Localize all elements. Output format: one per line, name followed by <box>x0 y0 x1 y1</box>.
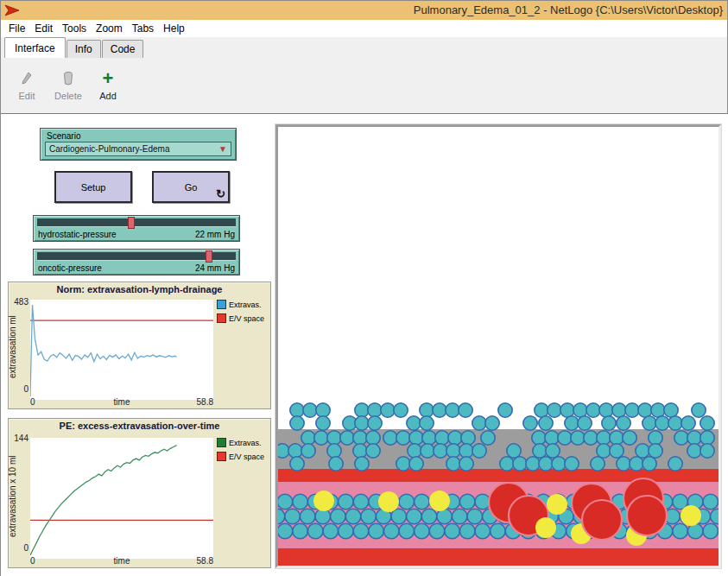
fluid-particle <box>552 457 566 471</box>
fluid-particle <box>288 444 302 458</box>
plasma-particle <box>293 494 308 510</box>
menu-help[interactable]: Help <box>161 21 192 36</box>
plasma-particle <box>407 509 422 524</box>
plasma-particle <box>673 523 688 539</box>
fluid-particle <box>623 431 636 445</box>
setup-button[interactable]: Setup <box>54 171 132 203</box>
fluid-particle <box>558 431 572 445</box>
fluid-particle <box>692 403 706 417</box>
fluid-particle <box>591 457 605 471</box>
plot-norm-extravasation: Norm: extravasation-lymph-drainage 483 e… <box>8 282 271 409</box>
slider-value: 22 mm Hg <box>195 230 235 239</box>
albumin-particle <box>681 505 701 526</box>
fluid-particle <box>448 431 462 445</box>
slider-name: hydrostatic-pressure <box>38 230 117 239</box>
fluid-particle <box>668 457 682 471</box>
scenario-dropdown[interactable]: Cardiogenic-Pulmonary-Edema ▼ <box>45 142 231 156</box>
fluid-particle <box>681 416 695 430</box>
slider-handle[interactable] <box>128 217 135 229</box>
fluid-particle <box>485 416 499 430</box>
slider-value: 24 mm Hg <box>195 263 235 273</box>
fluid-particle <box>545 431 559 445</box>
fluid-particle <box>539 457 553 471</box>
fluid-particle <box>687 431 701 445</box>
title-bar[interactable]: Pulmonary_Edema_01_2 - NetLogo {C:\Users… <box>1 1 727 20</box>
fluid-particle <box>422 431 436 445</box>
plasma-particle <box>307 523 323 539</box>
legend-item: Extravas. <box>217 300 270 309</box>
fluid-particle <box>353 444 367 458</box>
plasma-particle <box>445 523 460 539</box>
fluid-particle <box>674 431 688 445</box>
fluid-particle <box>532 431 546 445</box>
fluid-particle <box>649 431 662 445</box>
add-button[interactable]: + Add <box>85 68 130 101</box>
plus-icon: + <box>85 68 130 89</box>
trash-icon <box>46 68 91 89</box>
band-capillary-wall-bottom <box>278 548 719 566</box>
slider-track[interactable] <box>37 218 236 227</box>
dropdown-triangle-icon: ▼ <box>218 144 227 154</box>
y-axis-label: extravasation x 10 ml <box>8 445 17 548</box>
fluid-particle <box>643 416 656 430</box>
tab-info[interactable]: Info <box>66 40 101 58</box>
red-blood-cell <box>627 496 667 535</box>
albumin-particle <box>429 491 450 511</box>
tab-code[interactable]: Code <box>102 40 144 58</box>
menu-file[interactable]: File <box>6 21 32 36</box>
legend-item: Extravas. <box>217 438 270 447</box>
hydrostatic-pressure-slider[interactable]: hydrostatic-pressure22 mm Hg <box>33 215 240 242</box>
fluid-particle <box>578 416 592 430</box>
albumin-particle <box>378 491 399 512</box>
menu-bar: FileEditToolsZoomTabsHelp <box>1 20 727 37</box>
edit-button[interactable]: Edit <box>4 68 49 101</box>
plasma-particle <box>459 494 475 510</box>
window-title: Pulmonary_Edema_01_2 - NetLogo {C:\Users… <box>414 3 723 16</box>
plasma-particle <box>285 509 301 524</box>
fluid-particle <box>636 444 649 458</box>
fluid-particle <box>617 457 630 471</box>
fluid-particle <box>630 457 643 471</box>
scenario-value: Cardiogenic-Pulmonary-Edema <box>49 144 170 154</box>
oncotic-pressure-slider[interactable]: oncotic-pressure24 mm Hg <box>33 249 240 275</box>
menu-edit[interactable]: Edit <box>32 21 60 36</box>
go-button[interactable]: Go ↻ <box>152 171 230 203</box>
fluid-particle <box>664 403 678 417</box>
fluid-particle <box>434 444 447 458</box>
fluid-particle <box>612 403 626 417</box>
plasma-particle <box>323 523 339 539</box>
tab-interface[interactable]: Interface <box>4 37 66 59</box>
fluid-particle <box>700 444 714 458</box>
menu-zoom[interactable]: Zoom <box>93 21 130 36</box>
legend-label: Extravas. <box>229 439 262 447</box>
plasma-particle <box>415 494 430 510</box>
fluid-particle <box>472 444 486 458</box>
x-axis-label: time <box>30 556 213 566</box>
plasma-particle <box>353 494 369 510</box>
fluid-particle <box>433 403 446 417</box>
scenario-chooser: Scenario Cardiogenic-Pulmonary-Edema ▼ <box>40 128 237 161</box>
netlogo-window: Pulmonary_Edema_01_2 - NetLogo {C:\Users… <box>0 0 728 576</box>
fluid-particle <box>565 457 579 471</box>
plasma-particle <box>339 494 354 510</box>
fluid-particle <box>366 431 380 445</box>
legend-swatch-icon <box>217 313 226 323</box>
plot-title: Norm: extravasation-lymph-drainage <box>9 284 270 294</box>
fluid-particle <box>446 403 459 417</box>
plasma-particle <box>452 509 467 524</box>
world-view[interactable] <box>275 124 721 568</box>
menu-tools[interactable]: Tools <box>60 21 93 36</box>
fluid-particle <box>409 431 423 445</box>
plot-title: PE: excess-extravasation-over-time <box>9 421 270 431</box>
fluid-particle <box>459 403 472 417</box>
menu-tabs[interactable]: Tabs <box>130 21 161 36</box>
fluid-particle <box>327 431 341 445</box>
pencil-icon <box>4 68 49 89</box>
fluid-particle <box>353 431 367 445</box>
slider-handle[interactable] <box>206 250 212 263</box>
fluid-particle <box>548 403 561 417</box>
plot-canvas <box>30 300 213 396</box>
plasma-particle <box>339 523 354 539</box>
plasma-particle <box>399 523 415 539</box>
delete-button[interactable]: Delete <box>46 68 91 101</box>
